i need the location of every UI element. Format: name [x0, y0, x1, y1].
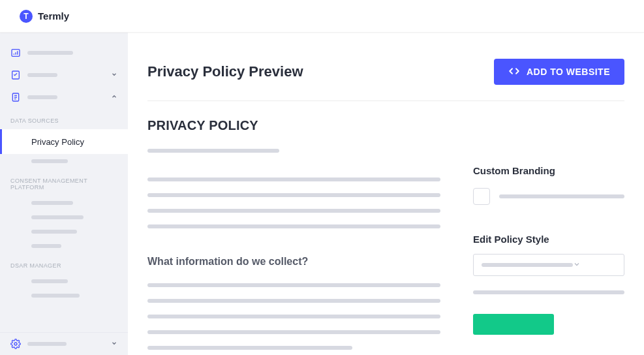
nav-primary [0, 33, 128, 111]
placeholder-line [482, 263, 573, 267]
sidebar-item-placeholder[interactable] [0, 274, 128, 288]
subnav-dsar [0, 273, 128, 305]
placeholder-line [147, 330, 440, 334]
checklist-icon [10, 70, 21, 80]
custom-branding-label: Custom Branding [473, 165, 624, 176]
dashboard-icon [10, 48, 21, 58]
placeholder-line [147, 193, 440, 197]
brand-badge-icon: T [20, 10, 33, 23]
nav-item-placeholder [27, 342, 67, 346]
policy-section-heading: What information do we collect? [147, 256, 440, 268]
placeholder-line [147, 315, 440, 318]
edit-style-label: Edit Policy Style [473, 234, 624, 245]
style-section: Edit Policy Style [473, 234, 624, 337]
placeholder-line [31, 215, 84, 219]
subnav-cmp [0, 194, 128, 256]
policy-style-select[interactable] [473, 254, 624, 276]
sidebar-item-label: Privacy Policy [31, 137, 84, 147]
nav-item-placeholder [27, 51, 73, 55]
svg-point-3 [14, 343, 17, 345]
placeholder-line [31, 294, 80, 298]
sidebar-item-placeholder[interactable] [0, 239, 128, 253]
chevron-down-icon [111, 71, 117, 79]
subnav-data-sources: Privacy Policy [0, 128, 128, 171]
brand-badge-letter: T [23, 12, 28, 21]
nav-group-cmp: CONSENT MANAGEMENT PLATFORM [0, 171, 128, 194]
policy-preview: PRIVACY POLICY What information do we co… [147, 101, 440, 355]
policy-heading: PRIVACY POLICY [147, 118, 440, 133]
content-area: Privacy Policy Preview ADD TO WEBSITE PR… [128, 33, 644, 355]
custom-branding-checkbox[interactable] [473, 188, 490, 205]
placeholder-line [31, 244, 61, 248]
placeholder-line [147, 209, 440, 213]
sidebar-item-placeholder[interactable] [0, 154, 128, 168]
apply-style-button[interactable] [473, 314, 554, 335]
placeholder-line [147, 283, 440, 287]
placeholder-line [147, 346, 352, 350]
nav-item-consent[interactable] [0, 64, 128, 86]
sidebar-item-placeholder[interactable] [0, 210, 128, 224]
sidebar-item-placeholder[interactable] [0, 288, 128, 303]
code-icon [508, 65, 520, 79]
sidebar-item-placeholder[interactable] [0, 196, 128, 210]
nav-group-data-sources: DATA SOURCES [0, 111, 128, 128]
chevron-down-icon [111, 340, 117, 348]
settings-column: Custom Branding Edit Policy Style [473, 101, 624, 355]
chevron-down-icon [573, 260, 581, 270]
page-title: Privacy Policy Preview [147, 63, 303, 80]
placeholder-line [31, 201, 73, 205]
placeholder-line [147, 178, 440, 181]
placeholder-line [31, 159, 68, 163]
gear-icon [10, 339, 21, 349]
add-to-website-button[interactable]: ADD TO WEBSITE [494, 59, 624, 85]
placeholder-line [31, 230, 77, 234]
branding-section: Custom Branding [473, 165, 624, 205]
sidebar: DATA SOURCES Privacy Policy CONSENT MANA… [0, 33, 128, 355]
chevron-up-icon [111, 93, 117, 101]
nav-item-placeholder [27, 95, 57, 99]
placeholder-line [147, 299, 440, 303]
sidebar-item-placeholder[interactable] [0, 224, 128, 239]
placeholder-line [147, 224, 440, 228]
sidebar-top: DATA SOURCES Privacy Policy CONSENT MANA… [0, 33, 128, 332]
placeholder-line [31, 279, 68, 283]
placeholder-line [499, 194, 624, 198]
sidebar-bottom [0, 332, 128, 355]
brand-name: Termly [38, 10, 69, 22]
main-layout: DATA SOURCES Privacy Policy CONSENT MANA… [0, 33, 644, 355]
brand-logo[interactable]: T Termly [20, 10, 69, 23]
page-title-row: Privacy Policy Preview ADD TO WEBSITE [147, 59, 624, 101]
nav-group-dsar: DSAR MANAGER [0, 256, 128, 273]
nav-item-dashboard[interactable] [0, 42, 128, 64]
placeholder-line [473, 290, 624, 294]
document-icon [10, 92, 21, 102]
add-button-label: ADD TO WEBSITE [527, 67, 610, 77]
nav-item-settings[interactable] [0, 333, 128, 355]
nav-item-policies[interactable] [0, 86, 128, 108]
nav-item-placeholder [27, 73, 57, 77]
app-header: T Termly [0, 0, 644, 33]
sidebar-item-privacy-policy[interactable]: Privacy Policy [0, 129, 128, 154]
